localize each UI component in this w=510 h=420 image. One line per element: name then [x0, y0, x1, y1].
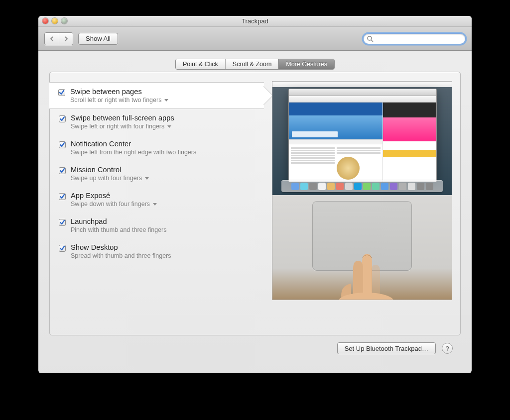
dock-app-icon [291, 183, 299, 190]
checkbox[interactable] [59, 141, 66, 148]
chevron-down-icon[interactable] [145, 177, 149, 180]
preview-pane [272, 81, 452, 326]
dock-app-icon [372, 183, 380, 190]
title-bar[interactable]: Trackpad [38, 16, 472, 27]
gesture-desc: Spread with thumb and three fingers [71, 252, 171, 259]
preview-dock [281, 180, 443, 192]
nav-segmented [44, 32, 73, 45]
help-button[interactable]: ? [442, 343, 453, 354]
gesture-row[interactable]: Notification CenterSwipe left from the r… [50, 135, 264, 161]
show-all-button[interactable]: Show All [78, 33, 118, 45]
chevron-down-icon[interactable] [164, 99, 168, 102]
gesture-row[interactable]: Show DesktopSpread with thumb and three … [50, 238, 264, 264]
help-label: ? [445, 345, 449, 352]
dock-app-icon [327, 183, 335, 190]
hand-icon [327, 243, 407, 300]
dock-app-icon [381, 183, 388, 190]
gesture-row[interactable]: LaunchpadPinch with thumb and three fing… [50, 212, 264, 238]
gesture-desc[interactable]: Scroll left or right with two fingers [70, 97, 168, 104]
checkbox[interactable] [59, 193, 66, 200]
gesture-title: Notification Center [71, 140, 196, 148]
setup-bluetooth-button[interactable]: Set Up Bluetooth Trackpad… [337, 342, 436, 354]
dock-app-icon [354, 183, 362, 190]
traffic-lights [42, 18, 67, 24]
search-icon [367, 35, 374, 42]
search-input[interactable] [363, 33, 466, 44]
footer: Set Up Bluetooth Trackpad… ? [49, 335, 461, 354]
dock-app-icon [318, 183, 326, 190]
show-all-label: Show All [86, 35, 111, 42]
zoom-icon[interactable] [61, 18, 67, 24]
forward-button[interactable] [59, 33, 73, 45]
gesture-desc: Pinch with thumb and three fingers [71, 226, 166, 233]
setup-bluetooth-label: Set Up Bluetooth Trackpad… [345, 345, 428, 352]
preview-video [272, 81, 452, 300]
prefs-window: Trackpad Show All Point & ClickScroll & … [38, 16, 472, 373]
search-wrap [363, 33, 466, 44]
minimize-icon[interactable] [52, 18, 58, 24]
dock-app-icon [390, 183, 397, 190]
content: Point & ClickScroll & ZoomMore Gestures … [38, 51, 472, 363]
dock-app-icon [309, 183, 317, 190]
checkbox[interactable] [59, 245, 66, 252]
dock-app-icon [336, 183, 344, 190]
svg-line-1 [371, 40, 373, 42]
dock-app-icon [345, 183, 353, 190]
dock-app-icon [408, 183, 415, 190]
gesture-desc[interactable]: Swipe left or right with four fingers [71, 123, 174, 130]
gesture-title: Swipe between pages [70, 88, 168, 96]
preview-trackpad-area [272, 195, 452, 300]
gesture-list: Swipe between pagesScroll left or right … [50, 81, 264, 326]
gesture-desc[interactable]: Swipe up with four fingers [71, 175, 149, 182]
gesture-row[interactable]: Swipe between full-screen appsSwipe left… [50, 109, 264, 135]
gesture-row[interactable]: Mission ControlSwipe up with four finger… [50, 161, 264, 187]
tab-more-gestures[interactable]: More Gestures [278, 59, 334, 69]
chevron-down-icon[interactable] [153, 203, 157, 206]
tab-scroll-zoom[interactable]: Scroll & Zoom [225, 59, 279, 69]
chevron-down-icon[interactable] [167, 125, 171, 128]
close-icon[interactable] [42, 18, 48, 24]
toolbar: Show All [38, 27, 472, 51]
checkbox[interactable] [58, 89, 65, 96]
svg-point-0 [368, 36, 372, 40]
tab-point-click[interactable]: Point & Click [176, 59, 225, 69]
settings-panel: Swipe between pagesScroll left or right … [49, 72, 461, 335]
checkbox[interactable] [59, 167, 66, 174]
preview-desktop [272, 82, 452, 195]
tab-bar: Point & ClickScroll & ZoomMore Gestures [175, 59, 335, 70]
back-button[interactable] [45, 33, 59, 45]
dock-app-icon [300, 183, 308, 190]
dock-app-icon [417, 183, 424, 190]
gesture-title: Mission Control [71, 166, 149, 174]
gesture-title: Launchpad [71, 217, 166, 225]
gesture-title: Show Desktop [71, 243, 171, 251]
dock-app-icon [426, 183, 433, 190]
gesture-title: App Exposé [71, 192, 157, 200]
gesture-row[interactable]: Swipe between pagesScroll left or right … [49, 82, 264, 109]
window-title: Trackpad [242, 17, 268, 25]
gesture-desc: Swipe left from the right edge with two … [71, 149, 196, 156]
gesture-row[interactable]: App ExposéSwipe down with four fingers [50, 187, 264, 212]
preview-menubar [272, 82, 452, 87]
preview-browser-window [288, 89, 437, 182]
dock-app-icon [363, 183, 371, 190]
dock-app-icon [399, 183, 406, 190]
checkbox[interactable] [59, 115, 66, 122]
checkbox[interactable] [59, 219, 66, 226]
gesture-title: Swipe between full-screen apps [71, 114, 174, 122]
gesture-desc[interactable]: Swipe down with four fingers [71, 201, 157, 208]
